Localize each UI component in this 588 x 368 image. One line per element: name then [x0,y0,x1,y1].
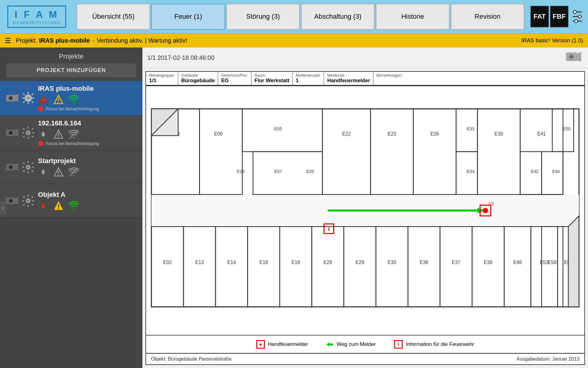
svg-text:E30: E30 [495,131,503,136]
main-area: 1/1 2017-02-18 08:46:00 Meldergruppe: 1/… [142,48,588,368]
svg-rect-55 [58,171,59,174]
svg-rect-50 [23,162,25,164]
project-item-start[interactable]: Startprojekt [0,150,142,184]
info-cell-gebaeude: Gebäude: Bürogebäude [178,72,218,85]
logo-box: I F A M SICHERHEITSTECHNIK [7,6,66,28]
svg-marker-77 [577,52,581,62]
status-text: Verbindung aktiv. | Wartung aktiv! [97,37,187,44]
focus-label-2: Focus bei Benachrichtigung [46,141,99,146]
geschoss-value: EG [221,78,248,84]
warning-icon-2 [53,129,64,140]
wifi-off-icon-2 [69,129,79,140]
meldergruppe-label: Meldergruppe: [149,73,175,78]
svg-rect-80 [200,109,243,194]
svg-rect-107 [344,227,376,307]
tab-uebersicht[interactable]: Übersicht (55) [77,4,150,30]
project-item-objekt-a[interactable]: Objekt A [0,184,142,218]
logo-area: I F A M SICHERHEITSTECHNIK [0,0,74,33]
svg-rect-84 [371,109,413,194]
project-focus-1: Focus bei Benachrichtigung [38,106,138,112]
svg-rect-119 [531,227,557,307]
svg-rect-18 [31,101,34,103]
fire-icon-1 [38,94,48,105]
svg-text:E42: E42 [531,169,538,174]
focus-toggle-2[interactable] [38,141,43,146]
status-left: ☰ Projekt: IRAS plus-mobile - Verbindung… [5,37,187,45]
svg-point-129 [483,208,488,213]
svg-rect-68 [31,196,34,198]
tab-historie[interactable]: Historie [376,4,449,30]
svg-text:E28: E28 [323,260,332,265]
project-item-ip[interactable]: 192.168.6.164 [0,116,142,150]
camera-icon-3 [5,161,20,173]
svg-rect-31 [22,132,24,133]
svg-rect-36 [31,136,34,138]
hamburger-icon[interactable]: ☰ [5,37,11,45]
svg-text:E20: E20 [307,169,314,174]
info-cell-melderanzahl: Melderanzahl: 1 [293,72,324,85]
tab-stoerung[interactable]: Störung (3) [226,4,300,30]
svg-rect-101 [248,227,280,307]
svg-rect-52 [23,170,25,172]
geschoss-label: Geschoss/Flur: [221,73,248,78]
svg-rect-39 [58,137,59,138]
svg-rect-133 [242,109,322,152]
svg-rect-111 [408,227,440,307]
camera-top-icon [565,50,583,65]
svg-rect-30 [28,137,29,139]
svg-marker-44 [15,163,18,171]
focus-toggle-1[interactable] [38,106,43,112]
sidebar: ‹ Projekte PROJEKT HINZUFÜGEN [0,48,142,368]
svg-point-4 [578,15,581,18]
svg-point-8 [9,97,12,99]
gear-icon-4 [21,194,35,208]
add-project-button[interactable]: PROJEKT HINZUFÜGEN [6,63,136,77]
footer-left: Objekt: Bürogebäude Parsevalstraße [151,356,232,362]
svg-text:E50: E50 [563,126,571,131]
arrow-legend-icon: ⬅ [326,339,334,349]
svg-text:E19: E19 [292,260,300,265]
fat-button[interactable]: FAT [530,6,549,27]
status-version: IRAS basic² Version (1.0) [521,37,583,44]
gear-icon-1 [21,91,35,105]
svg-text:E26: E26 [430,131,439,136]
svg-text:E29: E29 [356,260,364,265]
tab-feuer[interactable]: Feuer (1) [151,4,225,30]
tab-abschaltung[interactable]: Abschaltung (3) [301,4,375,30]
tab-revision[interactable]: Revision [451,4,524,30]
svg-point-62 [27,200,29,202]
svg-point-3 [573,10,576,13]
svg-rect-11 [28,92,29,94]
settings-icon[interactable] [570,6,585,27]
svg-rect-46 [28,161,29,163]
meldergruppe-value: 1/1 [149,78,175,84]
svg-text:E22: E22 [342,131,351,136]
svg-point-5 [575,20,578,23]
svg-point-60 [9,200,12,202]
footer-bar: Objekt: Bürogebäude Parsevalstraße Ausga… [145,354,585,365]
camera-icon-4 [5,195,20,207]
svg-rect-73 [58,208,59,209]
nav-tabs: Übersicht (55) Feuer (1) Störung (3) Abs… [74,0,527,33]
project-item-iras[interactable]: IRAS plus-mobile [0,81,142,116]
svg-rect-22 [58,98,59,102]
info-cell-melderart: Melderart: Handfeuermelder [324,72,373,85]
svg-rect-66 [32,200,34,201]
svg-rect-121 [541,227,563,307]
fat-fbf-area: FAT FBF [527,0,588,33]
svg-marker-61 [15,197,18,204]
svg-rect-53 [31,170,34,172]
fire-icon-4 [38,201,48,211]
fbf-button[interactable]: FBF [550,6,568,27]
svg-rect-82 [322,109,371,194]
wifi-off-icon-3 [69,167,79,177]
svg-rect-35 [23,136,25,138]
collapse-arrow[interactable]: ‹ [0,201,6,215]
svg-text:E41: E41 [537,131,546,136]
info-cell-raum: Raum: Flur Werkstatt [251,72,293,85]
project-icons-3 [38,167,138,177]
svg-rect-117 [504,227,531,307]
fire-icon-2 [38,129,48,140]
info-cell-meldergruppe: Meldergruppe: 1/1 [146,72,178,85]
svg-text:E23: E23 [388,131,396,136]
